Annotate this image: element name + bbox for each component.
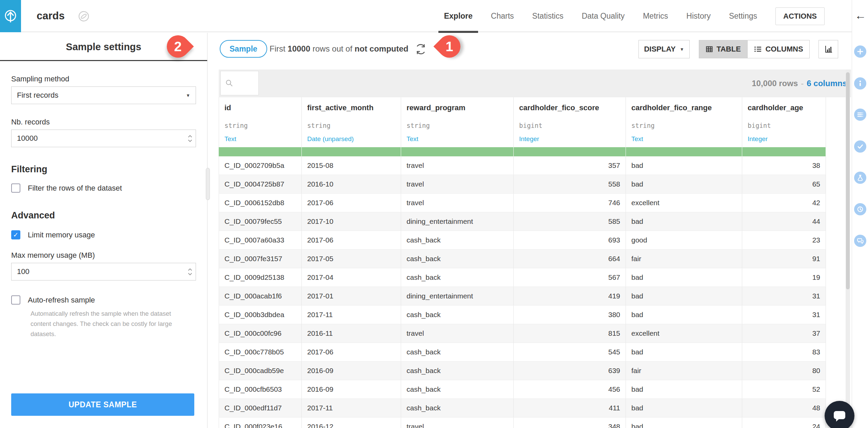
table-cell[interactable]: 2017-06 — [302, 231, 401, 249]
table-cell[interactable]: 83 — [742, 343, 826, 361]
table-cell[interactable]: C_ID_0007fe3157 — [219, 250, 302, 268]
auto-refresh-checkbox[interactable] — [11, 295, 20, 305]
nb-records-input[interactable]: 10000 — [11, 130, 196, 147]
table-cell[interactable]: travel — [401, 417, 514, 428]
table-cell[interactable]: 348 — [514, 417, 626, 428]
sample-button[interactable]: Sample — [220, 40, 267, 58]
chat-widget-button[interactable] — [825, 401, 854, 428]
table-cell[interactable]: C_ID_000b3dbdea — [219, 306, 302, 324]
table-cell[interactable]: C_ID_00079fec55 — [219, 212, 302, 231]
table-cell[interactable]: good — [626, 231, 742, 249]
checks-icon[interactable] — [854, 140, 866, 153]
column-meaning-link[interactable]: Integer — [748, 135, 768, 143]
table-cell[interactable]: bad — [626, 212, 742, 231]
table-cell[interactable]: 2017-04 — [302, 268, 401, 287]
number-stepper[interactable] — [188, 135, 192, 142]
number-stepper[interactable] — [188, 268, 192, 275]
table-cell[interactable]: C_ID_000cfb6503 — [219, 380, 302, 398]
details-info-icon[interactable] — [854, 77, 866, 90]
table-cell[interactable]: 545 — [514, 343, 626, 361]
table-cell[interactable]: cash_back — [401, 268, 514, 287]
table-cell[interactable]: C_ID_0009d25138 — [219, 268, 302, 287]
table-cell[interactable]: bad — [626, 343, 742, 361]
table-cell[interactable]: C_ID_000c00fc96 — [219, 324, 302, 343]
table-cell[interactable]: bad — [626, 417, 742, 428]
table-cell[interactable]: 2017-01 — [302, 287, 401, 305]
table-cell[interactable]: 567 — [514, 268, 626, 287]
table-cell[interactable]: bad — [626, 268, 742, 287]
column-header[interactable]: reward_programstringText — [401, 97, 514, 147]
table-cell[interactable]: cash_back — [401, 306, 514, 324]
table-cell[interactable]: 24 — [742, 417, 826, 428]
table-cell[interactable]: 585 — [514, 212, 626, 231]
tab-history[interactable]: History — [686, 0, 711, 32]
table-cell[interactable]: travel — [401, 324, 514, 343]
table-scrollbar-thumb[interactable] — [846, 72, 850, 289]
table-cell[interactable]: 91 — [742, 250, 826, 268]
table-cell[interactable]: C_ID_0006152db8 — [219, 194, 302, 212]
table-cell[interactable]: bad — [626, 306, 742, 324]
table-cell[interactable]: excellent — [626, 194, 742, 212]
update-sample-button[interactable]: UPDATE SAMPLE — [11, 393, 194, 416]
table-cell[interactable]: 80 — [742, 362, 826, 380]
table-cell[interactable]: 746 — [514, 194, 626, 212]
tab-explore[interactable]: Explore — [444, 0, 472, 32]
table-cell[interactable]: cash_back — [401, 343, 514, 361]
table-cell[interactable]: 357 — [514, 156, 626, 175]
tab-charts[interactable]: Charts — [491, 0, 514, 32]
table-cell[interactable]: 2017-06 — [302, 194, 401, 212]
discussions-chat-icon[interactable] — [854, 235, 866, 247]
table-cell[interactable]: 411 — [514, 399, 626, 417]
table-cell[interactable]: 664 — [514, 250, 626, 268]
table-cell[interactable]: travel — [401, 156, 514, 175]
lab-flask-icon[interactable] — [854, 172, 866, 184]
table-cell[interactable]: 2017-11 — [302, 399, 401, 417]
search-input[interactable] — [220, 71, 259, 95]
actions-button[interactable]: ACTIONS — [775, 7, 825, 25]
table-cell[interactable]: fair — [626, 362, 742, 380]
schema-list-icon[interactable] — [854, 109, 866, 121]
actions-add-icon[interactable] — [854, 45, 866, 58]
table-cell[interactable]: 19 — [742, 268, 826, 287]
table-cell[interactable]: C_ID_0004725b87 — [219, 175, 302, 193]
max-memory-input[interactable]: 100 — [11, 263, 196, 280]
dataset-type-logo[interactable] — [0, 0, 21, 32]
column-meaning-link[interactable]: Text — [631, 135, 643, 143]
table-cell[interactable]: travel — [401, 194, 514, 212]
table-cell[interactable]: 31 — [742, 306, 826, 324]
table-cell[interactable]: 456 — [514, 380, 626, 398]
table-cell[interactable]: 31 — [742, 287, 826, 305]
table-cell[interactable]: 2017-10 — [302, 212, 401, 231]
limit-memory-checkbox-row[interactable]: ✓ Limit memory usage — [11, 230, 196, 239]
filter-rows-checkbox[interactable] — [11, 183, 20, 193]
table-cell[interactable]: C_ID_0002709b5a — [219, 156, 302, 175]
table-cell[interactable]: 2016-12 — [302, 417, 401, 428]
column-meaning-link[interactable]: Date (unparsed) — [307, 135, 354, 143]
column-meaning-link[interactable]: Text — [224, 135, 236, 143]
table-cell[interactable]: C_ID_000acab1f6 — [219, 287, 302, 305]
table-cell[interactable]: 558 — [514, 175, 626, 193]
table-cell[interactable]: cash_back — [401, 362, 514, 380]
table-cell[interactable]: 2016-09 — [302, 362, 401, 380]
tab-metrics[interactable]: Metrics — [643, 0, 668, 32]
column-header[interactable]: cardholder_fico_rangestringText — [626, 97, 742, 147]
table-cell[interactable]: 639 — [514, 362, 626, 380]
table-cell[interactable]: 52 — [742, 380, 826, 398]
quick-chart-button[interactable] — [818, 40, 838, 58]
table-cell[interactable]: C_ID_000f023e16 — [219, 417, 302, 428]
table-cell[interactable]: bad — [626, 156, 742, 175]
flow-navigate-icon[interactable] — [77, 10, 90, 24]
table-cell[interactable]: C_ID_000edf11d7 — [219, 399, 302, 417]
table-cell[interactable]: cash_back — [401, 399, 514, 417]
table-cell[interactable]: 38 — [742, 156, 826, 175]
collapse-panel-arrow-icon[interactable]: ← — [855, 9, 866, 22]
column-count-link[interactable]: 6 columns — [807, 79, 847, 88]
table-cell[interactable]: 2017-11 — [302, 306, 401, 324]
table-cell[interactable]: 2016-10 — [302, 175, 401, 193]
table-cell[interactable]: cash_back — [401, 380, 514, 398]
column-header[interactable]: cardholder_agebigintInteger — [742, 97, 826, 147]
table-cell[interactable]: 2016-09 — [302, 380, 401, 398]
table-cell[interactable]: 380 — [514, 306, 626, 324]
tab-statistics[interactable]: Statistics — [532, 0, 564, 32]
table-cell[interactable]: 44 — [742, 212, 826, 231]
